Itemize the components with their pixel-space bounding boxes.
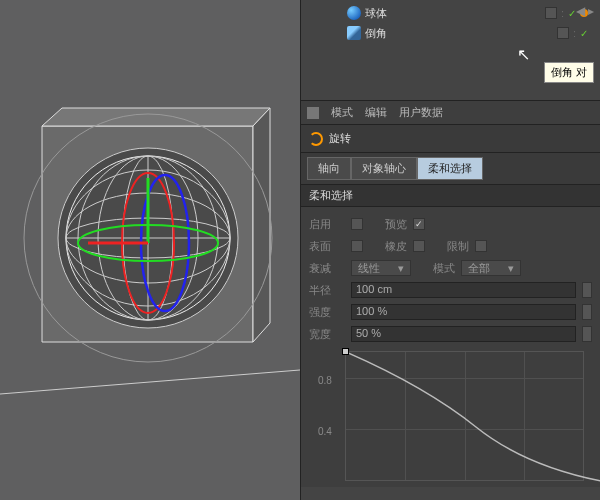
label-surface: 表面 [309, 239, 345, 254]
right-panels: 球体 : ✓ 倒角 : ✓ ↖ 倒角 对 模式 编辑 用户数据 ◀ ▸ [300, 0, 600, 500]
stepper-width[interactable] [582, 326, 592, 342]
select-mode[interactable]: 全部▾ [461, 260, 521, 276]
svg-marker-1 [42, 108, 270, 126]
section-header: 柔和选择 [301, 184, 600, 207]
input-strength[interactable]: 100 % [351, 304, 576, 320]
label-preview: 预览 [385, 217, 407, 232]
label-strength: 强度 [309, 305, 345, 320]
object-label: 倒角 [365, 26, 557, 41]
sphere-icon [347, 6, 361, 20]
tab-axis[interactable]: 轴向 [307, 157, 351, 180]
viewport-3d[interactable] [0, 0, 300, 500]
object-row-sphere[interactable]: 球体 : ✓ [307, 4, 594, 22]
label-limit: 限制 [447, 239, 469, 254]
bevel-icon [347, 26, 361, 40]
checkbox-surface[interactable] [351, 240, 363, 252]
falloff-curve [346, 352, 600, 500]
nav-arrows[interactable]: ◀ ▸ [576, 4, 594, 18]
falloff-curve-editor[interactable]: 0.8 0.4 [345, 351, 584, 481]
svg-marker-2 [253, 108, 270, 342]
tab-object-axis[interactable]: 对象轴心 [351, 157, 417, 180]
checkbox-preview[interactable] [413, 218, 425, 230]
tab-soft-selection[interactable]: 柔和选择 [417, 157, 483, 180]
label-falloff: 衰减 [309, 261, 345, 276]
label-radius: 半径 [309, 283, 345, 298]
tag-visibility[interactable] [545, 7, 557, 19]
attribute-title-bar: 旋转 [301, 125, 600, 153]
menu-mode[interactable]: 模式 [331, 105, 353, 120]
stepper-strength[interactable] [582, 304, 592, 320]
menu-edit[interactable]: 编辑 [365, 105, 387, 120]
input-width[interactable]: 50 % [351, 326, 576, 342]
properties-panel: 启用 预览 表面 橡皮 限制 衰减 线性▾ 模式 全部▾ 半径 100 cm 强… [301, 207, 600, 487]
ytick: 0.8 [318, 375, 332, 386]
object-row-bevel[interactable]: 倒角 : ✓ [307, 24, 594, 42]
svg-rect-20 [307, 107, 319, 119]
viewport-scene [0, 0, 300, 500]
curve-handle-start[interactable] [342, 348, 349, 355]
label-rubber: 橡皮 [385, 239, 407, 254]
label-mode: 模式 [433, 261, 455, 276]
label-enable: 启用 [309, 217, 345, 232]
menu-userdata[interactable]: 用户数据 [399, 105, 443, 120]
stepper-radius[interactable] [582, 282, 592, 298]
label-width: 宽度 [309, 327, 345, 342]
checkbox-limit[interactable] [475, 240, 487, 252]
tooltip: 倒角 对 [544, 62, 594, 83]
object-label: 球体 [365, 6, 545, 21]
ytick: 0.4 [318, 426, 332, 437]
object-manager[interactable]: 球体 : ✓ 倒角 : ✓ ↖ 倒角 对 [301, 0, 600, 101]
attribute-menu-bar[interactable]: 模式 编辑 用户数据 ◀ ▸ [301, 101, 600, 125]
checkbox-enable[interactable] [351, 218, 363, 230]
input-radius[interactable]: 100 cm [351, 282, 576, 298]
tag-check: ✓ [580, 28, 588, 39]
attribute-tabs: 轴向 对象轴心 柔和选择 [301, 153, 600, 184]
grid-icon [307, 107, 319, 119]
checkbox-rubber[interactable] [413, 240, 425, 252]
tag-visibility[interactable] [557, 27, 569, 39]
attribute-title: 旋转 [329, 131, 351, 146]
svg-line-19 [0, 370, 300, 394]
select-falloff[interactable]: 线性▾ [351, 260, 411, 276]
rotate-icon [309, 132, 323, 146]
